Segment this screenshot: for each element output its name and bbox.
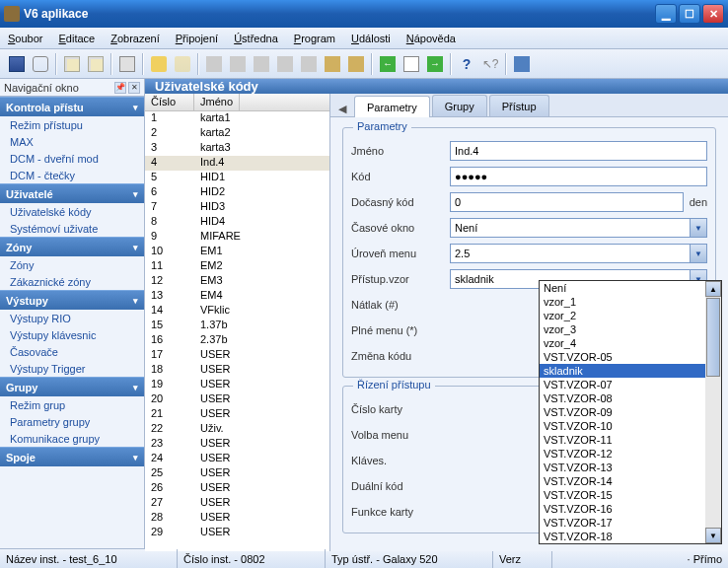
nav-item[interactable]: Režim přístupu — [0, 116, 144, 133]
kod-input[interactable] — [450, 167, 707, 186]
jmeno-input[interactable] — [450, 141, 707, 161]
nav-item[interactable]: Režim grup — [0, 396, 144, 413]
scroll-down-icon[interactable]: ▼ — [705, 528, 721, 543]
maximize-button[interactable]: ☐ — [679, 4, 700, 24]
print-icon[interactable] — [116, 53, 138, 75]
dropdown-option[interactable]: VST.VZOR-16 — [540, 502, 721, 516]
copy-icon[interactable] — [61, 53, 83, 75]
menu-udalosti[interactable]: Události — [351, 33, 391, 44]
menu-pripojeni[interactable]: Připojení — [176, 33, 218, 44]
list-row[interactable]: 27USER — [145, 496, 329, 511]
list-row[interactable]: 21USER — [145, 407, 329, 422]
tab-parametry[interactable]: Parametry — [354, 96, 430, 117]
docasny-input[interactable] — [450, 192, 684, 212]
dropdown-option[interactable]: vzor_4 — [540, 336, 721, 350]
dropdown-option[interactable]: VST.VZOR-10 — [540, 419, 721, 433]
menu-ustredna[interactable]: Ústředna — [234, 33, 278, 44]
nav-item[interactable]: Parametry grupy — [0, 413, 144, 430]
scroll-up-icon[interactable]: ▲ — [705, 281, 721, 297]
list-row[interactable]: 6HID2 — [145, 185, 329, 200]
list-row[interactable]: 151.37b — [145, 319, 329, 333]
nav-item[interactable]: Výstupy klávesnic — [0, 326, 144, 343]
close-button[interactable]: ✕ — [702, 4, 724, 24]
nav-section-header[interactable]: Kontrola přístu▾ — [0, 97, 144, 116]
nav-item[interactable]: Komunikace grupy — [0, 430, 144, 447]
minimize-button[interactable]: ▁ — [655, 4, 677, 24]
exit-icon[interactable] — [511, 53, 533, 75]
list-row[interactable]: 19USER — [145, 378, 329, 392]
dropdown-option[interactable]: VST.VZOR-09 — [540, 405, 721, 419]
tab-scroll-left-icon[interactable]: ◀ — [334, 101, 350, 116]
pin-icon[interactable]: 📌 — [114, 82, 126, 94]
dropdown-scrollbar[interactable]: ▲ ▼ — [705, 281, 721, 543]
tool2-icon[interactable] — [227, 53, 249, 75]
list-row[interactable]: 14VFklic — [145, 304, 329, 319]
tool1-icon[interactable] — [203, 53, 225, 75]
list-row[interactable]: 18USER — [145, 363, 329, 378]
menu-napoveda[interactable]: Nápověda — [406, 33, 456, 44]
attach-icon[interactable] — [30, 53, 51, 75]
dropdown-option[interactable]: vzor_3 — [540, 322, 721, 336]
tool3-icon[interactable] — [251, 53, 272, 75]
menu-zobrazeni[interactable]: Zobrazení — [110, 33, 160, 44]
list-row[interactable]: 10EM1 — [145, 245, 329, 259]
nav-section-header[interactable]: Uživatelé▾ — [0, 183, 144, 203]
nav-section-header[interactable]: Výstupy▾ — [0, 290, 144, 310]
nav-item[interactable]: Systémoví uživate — [0, 220, 144, 237]
nav-item[interactable]: DCM - dveřní mod — [0, 150, 144, 167]
list-row[interactable]: 4Ind.4 — [145, 156, 329, 171]
list-row[interactable]: 13EM4 — [145, 289, 329, 304]
scroll-thumb[interactable] — [706, 298, 720, 377]
list-row[interactable]: 17USER — [145, 348, 329, 363]
nav-item[interactable]: Časovače — [0, 343, 144, 360]
list-row[interactable]: 7HID3 — [145, 200, 329, 215]
menu-editace[interactable]: Editace — [58, 33, 95, 44]
list-row[interactable]: 23USER — [145, 437, 329, 452]
nav-item[interactable]: Výstupy Trigger — [0, 360, 144, 377]
dropdown-option[interactable]: vzor_1 — [540, 295, 721, 309]
pristup-dropdown-list[interactable]: Nenívzor_1vzor_2vzor_3vzor_4VST.VZOR-05s… — [539, 280, 722, 544]
nav-item[interactable]: Zóny — [0, 256, 144, 273]
nav-section-header[interactable]: Spoje▾ — [0, 447, 144, 466]
casove-dropdown-icon[interactable]: ▼ — [690, 218, 707, 238]
tool4-icon[interactable] — [274, 53, 296, 75]
list-row[interactable]: 20USER — [145, 392, 329, 407]
menu-program[interactable]: Program — [294, 33, 335, 44]
uroven-dropdown-icon[interactable]: ▼ — [690, 244, 707, 263]
list-row[interactable]: 25USER — [145, 466, 329, 481]
nav-item[interactable]: Uživatelské kódy — [0, 203, 144, 220]
list-row[interactable]: 11EM2 — [145, 259, 329, 274]
col-jmeno[interactable]: Jméno — [194, 94, 240, 110]
nav-item[interactable]: MAX — [0, 133, 144, 150]
tool7-icon[interactable] — [345, 53, 367, 75]
dropdown-option[interactable]: VST.VZOR-07 — [540, 378, 721, 391]
nav-item[interactable]: DCM - čtečky — [0, 167, 144, 183]
col-cislo[interactable]: Číslo — [145, 94, 194, 110]
paste-icon[interactable] — [85, 53, 107, 75]
phone-icon[interactable] — [148, 53, 170, 75]
list-icon[interactable] — [400, 53, 422, 75]
whatsthis-icon[interactable]: ↖? — [479, 53, 501, 75]
list-row[interactable]: 8HID4 — [145, 215, 329, 230]
tab-grupy[interactable]: Grupy — [432, 95, 487, 116]
uroven-input[interactable] — [450, 244, 690, 263]
nav-section-header[interactable]: Grupy▾ — [0, 377, 144, 396]
list-row[interactable]: 24USER — [145, 452, 329, 466]
dropdown-option[interactable]: VST.VZOR-18 — [540, 530, 721, 543]
list-row[interactable]: 28USER — [145, 511, 329, 526]
tool6-icon[interactable] — [322, 53, 343, 75]
casove-input[interactable] — [450, 218, 690, 238]
list-row[interactable]: 12EM3 — [145, 274, 329, 289]
dropdown-option[interactable]: VST.VZOR-08 — [540, 391, 721, 405]
dropdown-option[interactable]: VST.VZOR-11 — [540, 433, 721, 447]
list-row[interactable]: 9MIFARE — [145, 230, 329, 245]
tool5-icon[interactable] — [298, 53, 320, 75]
nav-item[interactable]: Zákaznické zóny — [0, 273, 144, 290]
list-row[interactable]: 5HID1 — [145, 171, 329, 185]
list-row[interactable]: 1karta1 — [145, 111, 329, 126]
dropdown-option[interactable]: VST.VZOR-14 — [540, 474, 721, 488]
list-row[interactable]: 22Uživ. — [145, 422, 329, 437]
dropdown-option[interactable]: Není — [540, 281, 721, 295]
list-row[interactable]: 29USER — [145, 526, 329, 540]
dropdown-option[interactable]: VST.VZOR-17 — [540, 516, 721, 530]
